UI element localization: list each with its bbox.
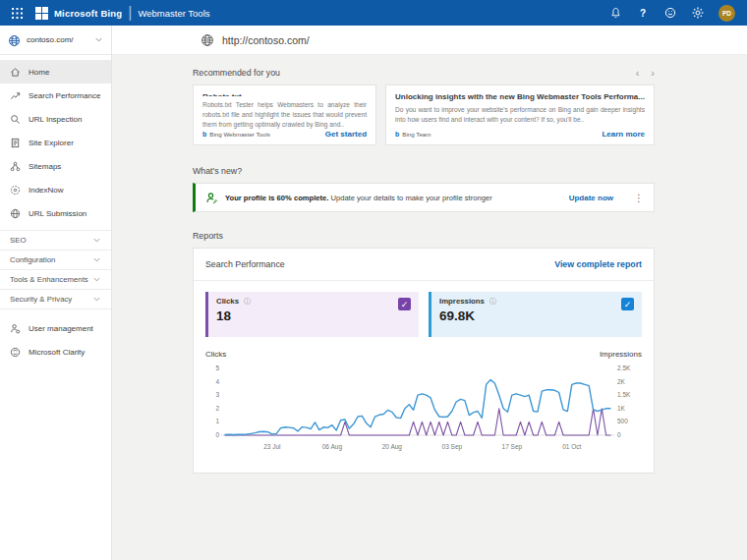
svg-text:0: 0 bbox=[617, 431, 621, 438]
sidebar-section-configuration[interactable]: Configuration bbox=[0, 251, 111, 270]
site-selector[interactable]: contoso.com/ bbox=[0, 26, 111, 55]
home-icon bbox=[10, 67, 21, 78]
user-avatar[interactable]: PD bbox=[718, 5, 735, 22]
sitemap-icon bbox=[10, 161, 21, 172]
recommended-heading: Recommended for you bbox=[193, 68, 280, 78]
section-label: SEO bbox=[10, 236, 26, 245]
clicks-metric-card[interactable]: Clicks ⓘ 18 ✓ bbox=[205, 292, 419, 337]
svg-text:3: 3 bbox=[215, 391, 219, 398]
chevron-down-icon bbox=[94, 35, 103, 44]
sidebar-item-home[interactable]: Home bbox=[0, 60, 111, 84]
sidebar-item-sitemaps[interactable]: Sitemaps bbox=[0, 154, 111, 178]
sidebar-item-label: Home bbox=[29, 68, 49, 77]
banner-text: Your profile is 60% complete. Update you… bbox=[225, 194, 492, 202]
report-title: Search Performance bbox=[205, 259, 285, 269]
impressions-checkbox[interactable]: ✓ bbox=[621, 298, 634, 310]
recommended-cards: Robots.txt Robots.txt Tester helps Webma… bbox=[193, 84, 655, 145]
site-selector-label: contoso.com/ bbox=[27, 35, 88, 44]
recommended-heading-row: Recommended for you ‹ › bbox=[193, 68, 655, 78]
settings-gear-icon[interactable] bbox=[691, 6, 705, 20]
chevron-down-icon bbox=[92, 236, 101, 245]
update-now-link[interactable]: Update now bbox=[569, 194, 613, 202]
card-source: b Bing Team bbox=[395, 131, 431, 138]
info-icon[interactable]: ⓘ bbox=[489, 298, 496, 305]
kebab-menu-icon[interactable]: ⋮ bbox=[634, 193, 644, 203]
svg-text:1: 1 bbox=[215, 418, 219, 424]
waffle-menu-icon[interactable] bbox=[8, 4, 26, 22]
svg-text:4: 4 bbox=[215, 378, 219, 385]
sidebar-item-label: IndexNow bbox=[29, 186, 64, 195]
sidebar-item-label: Site Explorer bbox=[29, 139, 74, 147]
sidebar-item-user-management[interactable]: User management bbox=[0, 316, 111, 340]
profile-completion-banner: Your profile is 60% complete. Update you… bbox=[193, 183, 655, 212]
indexnow-icon bbox=[10, 185, 21, 196]
sidebar-item-label: Search Performance bbox=[29, 91, 100, 100]
carousel-next-icon[interactable]: › bbox=[651, 68, 655, 78]
feedback-smiley-icon[interactable] bbox=[663, 6, 677, 20]
metrics-row: Clicks ⓘ 18 ✓ Impressions ⓘ 69.8K ✓ bbox=[205, 292, 642, 337]
sidebar-section-security-privacy[interactable]: Security & Privacy bbox=[0, 290, 111, 309]
chevron-down-icon bbox=[92, 295, 101, 304]
section-label: Security & Privacy bbox=[10, 295, 72, 304]
url-globe-icon bbox=[201, 33, 214, 47]
chevron-down-icon bbox=[92, 275, 101, 284]
svg-text:23 Jul: 23 Jul bbox=[263, 443, 281, 450]
section-label: Tools & Enhancements bbox=[10, 275, 88, 284]
site-globe-icon bbox=[8, 34, 21, 45]
magnifier-icon bbox=[10, 114, 21, 125]
top-app-bar: Microsoft Bing | Webmaster Tools ? bbox=[0, 0, 747, 26]
sidebar-item-url-inspection[interactable]: URL Inspection bbox=[0, 107, 111, 131]
document-icon bbox=[10, 138, 21, 148]
get-started-link[interactable]: Get started bbox=[325, 130, 367, 139]
sidebar-nav: Home Search Performance URL Inspection S… bbox=[0, 55, 111, 225]
whats-new-heading-row: What's new? bbox=[193, 166, 655, 176]
sidebar-item-indexnow[interactable]: IndexNow bbox=[0, 178, 111, 201]
person-gear-icon bbox=[10, 323, 21, 334]
sidebar-item-microsoft-clarity[interactable]: Microsoft Clarity bbox=[0, 340, 111, 364]
sidebar-item-search-performance[interactable]: Search Performance bbox=[0, 84, 111, 107]
learn-more-link[interactable]: Learn more bbox=[602, 130, 645, 139]
recommendation-card-robots-txt[interactable]: Robots.txt Robots.txt Tester helps Webma… bbox=[193, 84, 376, 145]
card-source: b Bing Webmaster Tools bbox=[202, 131, 270, 138]
metric-label: Impressions bbox=[439, 297, 485, 306]
svg-text:1.5K: 1.5K bbox=[617, 391, 631, 398]
sidebar-item-label: URL Submission bbox=[29, 209, 86, 218]
sidebar-item-site-explorer[interactable]: Site Explorer bbox=[0, 131, 111, 154]
impressions-metric-card[interactable]: Impressions ⓘ 69.8K ✓ bbox=[429, 292, 642, 337]
reports-heading-row: Reports bbox=[193, 231, 655, 241]
carousel-prev-icon[interactable]: ‹ bbox=[636, 68, 640, 78]
svg-text:17 Sep: 17 Sep bbox=[502, 443, 523, 451]
svg-text:2: 2 bbox=[215, 405, 219, 412]
section-label: Configuration bbox=[10, 255, 55, 264]
sidebar-footer: User management Microsoft Clarity bbox=[0, 316, 111, 364]
microsoft-logo-icon bbox=[35, 7, 48, 20]
notifications-bell-icon[interactable] bbox=[608, 6, 622, 20]
brand-separator: | bbox=[128, 4, 132, 22]
recommendation-card-performance-insights[interactable]: Unlocking insights with the new Bing Web… bbox=[385, 84, 655, 145]
sidebar-item-label: URL Inspection bbox=[29, 115, 82, 124]
site-url: http://contoso.com/ bbox=[222, 34, 310, 46]
main-area: http://contoso.com/ Recommended for you … bbox=[112, 26, 747, 560]
performance-chart[interactable]: 01234505001K1.5K2K2.5K23 Jul06 Aug20 Aug… bbox=[205, 361, 642, 461]
site-url-header: http://contoso.com/ bbox=[112, 26, 747, 55]
help-icon[interactable]: ? bbox=[636, 6, 650, 20]
sidebar-item-url-submission[interactable]: URL Submission bbox=[0, 201, 111, 225]
clarity-icon bbox=[10, 347, 21, 358]
svg-text:1K: 1K bbox=[617, 405, 626, 412]
view-complete-report-link[interactable]: View complete report bbox=[554, 259, 642, 269]
sidebar-section-seo[interactable]: SEO bbox=[0, 231, 111, 251]
chevron-down-icon bbox=[92, 255, 101, 264]
sidebar-section-tools-enhancements[interactable]: Tools & Enhancements bbox=[0, 270, 111, 290]
svg-text:01 Oct: 01 Oct bbox=[562, 443, 581, 450]
info-icon[interactable]: ⓘ bbox=[244, 298, 251, 305]
card-body: Robots.txt Tester helps Webmasters to an… bbox=[202, 100, 367, 130]
chart-axis-labels: Clicks Impressions bbox=[205, 350, 642, 359]
clicks-checkbox[interactable]: ✓ bbox=[398, 298, 411, 310]
sidebar-item-label: Sitemaps bbox=[29, 162, 61, 171]
svg-text:500: 500 bbox=[617, 418, 628, 424]
svg-text:5: 5 bbox=[215, 364, 219, 371]
svg-text:0: 0 bbox=[215, 431, 219, 438]
card-title: Robots.txt bbox=[202, 92, 367, 96]
bing-logo-icon: b bbox=[202, 132, 206, 138]
bing-logo-icon: b bbox=[395, 132, 399, 138]
